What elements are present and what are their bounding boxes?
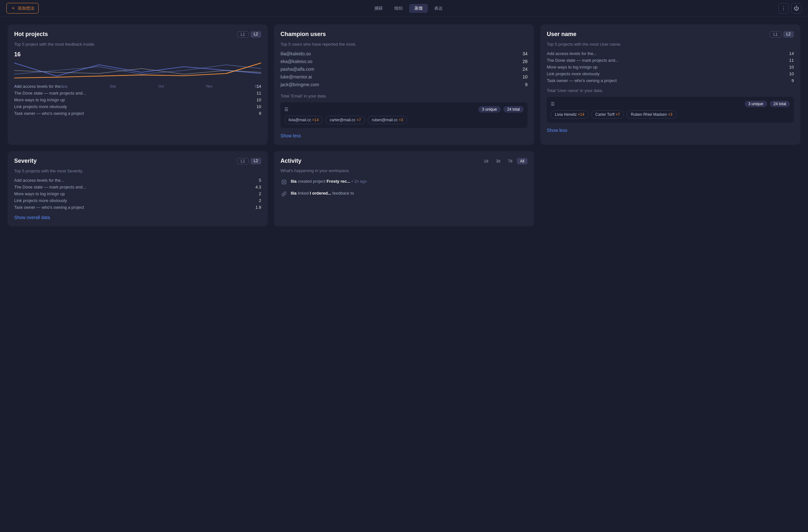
- tab-organize[interactable]: 组织: [389, 4, 408, 13]
- table-row: Link projects more obviously 10: [14, 104, 261, 109]
- activity-tab-3d[interactable]: 3d: [493, 158, 503, 164]
- show-less-button[interactable]: Show less: [280, 133, 528, 138]
- project-name: Link projects more obviously: [14, 104, 254, 109]
- project-count: 2: [259, 198, 261, 203]
- project-name: More ways to log in/sign up: [14, 191, 256, 196]
- project-count: 9: [792, 78, 794, 83]
- tag[interactable]: carter@mail.cc ×7: [326, 116, 365, 124]
- show-overall-button[interactable]: Show overall data: [14, 215, 261, 220]
- activity-tab-7d[interactable]: 7d: [505, 158, 515, 164]
- hot-projects-badge-l1[interactable]: L1: [237, 31, 248, 38]
- table-row: Link projects more obviously 10: [547, 71, 794, 76]
- table-row: Task owner — who's owning a project 9: [547, 78, 794, 83]
- nav-right: ⋮ ⏻: [778, 3, 802, 14]
- tag[interactable]: ruben@mail.cc ×3: [368, 116, 407, 124]
- severity-subtitle: Top 5 projects with the most Severity.: [14, 168, 261, 174]
- user-name-total-text: Total 'User name' in your data.: [547, 88, 794, 93]
- project-count: 11: [257, 91, 261, 95]
- champion-users-total-text: Total 'Email' in your data.: [280, 94, 528, 98]
- user-email: luke@mentor.ai: [280, 74, 312, 79]
- table-row: The Done state — mark projects and... 11: [14, 91, 261, 95]
- list-item: eka@kaleiso.so 28: [280, 59, 528, 64]
- project-name: Link projects more obviously: [547, 71, 787, 76]
- plus-icon: ＋: [11, 5, 16, 12]
- hot-projects-title: Hot projects: [14, 31, 48, 38]
- hot-projects-badge-l2[interactable]: L2: [251, 31, 261, 38]
- activity-tab-1d[interactable]: 1d: [481, 158, 492, 164]
- user-email: pasha@alfa.com: [280, 67, 314, 72]
- chart-x-labels: Jul Aug Sep Oct Nov Dec: [14, 84, 261, 88]
- nav-tabs: 捕获 组织 蒸馏 表达: [369, 4, 448, 13]
- user-name-show-less-button[interactable]: Show less: [547, 128, 794, 133]
- total-badge: 24 total: [770, 101, 790, 107]
- tag[interactable]: livia@mail.cc ×14: [284, 116, 323, 124]
- data-badges: 3 unique 24 total: [478, 106, 524, 113]
- line-chart: [14, 59, 261, 82]
- data-badges: 3 unique 24 total: [745, 101, 790, 107]
- project-name: Task owner — who's owning a project: [14, 205, 253, 210]
- project-count: 10: [789, 65, 794, 70]
- severity-title: Severity: [14, 158, 37, 164]
- user-email: eka@kaleiso.so: [280, 59, 312, 64]
- project-name: More ways to log in/sign up: [14, 97, 254, 102]
- more-options-button[interactable]: ⋮: [778, 3, 789, 14]
- project-name: Link projects more obviously: [14, 198, 256, 203]
- user-count: 10: [522, 74, 528, 79]
- add-idea-button[interactable]: ＋ 添加想法: [6, 3, 39, 14]
- user-name-badge-l2[interactable]: L2: [783, 31, 794, 38]
- unique-badge: 3 unique: [478, 106, 501, 113]
- chart-label-dec: Dec: [255, 84, 261, 88]
- chart-label-nov: Nov: [206, 84, 213, 88]
- tab-capture[interactable]: 捕获: [369, 4, 388, 13]
- champion-users-card: Champion users Top 5 users who have repo…: [274, 24, 534, 145]
- list-item: ilia@kaleido.so 34: [280, 51, 528, 56]
- table-row: The Done state — mark projects and... 11: [547, 58, 794, 63]
- user-name-badge-l1[interactable]: L1: [770, 31, 781, 38]
- project-count: 1.9: [255, 205, 261, 210]
- activity-text: Ilia linked I ordered... feedback to: [291, 190, 354, 197]
- project-name: More ways to log in/sign up: [547, 65, 787, 70]
- user-email: jack@bringme.com: [280, 82, 319, 87]
- tab-express[interactable]: 表达: [429, 4, 448, 13]
- tab-distill[interactable]: 蒸馏: [409, 4, 428, 13]
- user-name-list: Add access levels for the... 14 The Done…: [547, 51, 794, 83]
- activity-header: Activity 1d 3d 7d All: [280, 158, 528, 164]
- menu-icon[interactable]: ☰: [284, 107, 289, 112]
- project-name: The Done state — mark projects and...: [547, 58, 787, 63]
- severity-badge-l2[interactable]: L2: [251, 158, 261, 164]
- data-section-header-left: ☰: [284, 107, 289, 112]
- list-item: luke@mentor.ai 10: [280, 74, 528, 79]
- champion-users-subtitle: Top 5 users who have reported the most.: [280, 41, 528, 47]
- project-count: 10: [257, 97, 261, 102]
- user-name-tags: Livia Herwitz ×14 Carter Torff ×7 Ruben …: [551, 110, 790, 119]
- activity-text: Ilia created project Frosty rec... • 1h …: [291, 178, 367, 185]
- menu-icon[interactable]: ☰: [551, 101, 555, 107]
- list-item: jack@bringme.com 9: [280, 82, 528, 87]
- hot-projects-card: Hot projects L1 L2 Top 5 project with th…: [8, 24, 268, 145]
- user-name-badges: L1 L2: [770, 31, 794, 38]
- activity-tabs: 1d 3d 7d All: [481, 158, 528, 164]
- hot-projects-badges: L1 L2: [237, 31, 261, 38]
- tag[interactable]: Carter Torff ×7: [591, 110, 624, 119]
- user-name-title: User name: [547, 31, 576, 38]
- table-row: Task owner — who's owning a project 1.9: [14, 205, 261, 210]
- severity-badge-l1[interactable]: L1: [237, 158, 248, 164]
- hot-projects-subtitle: Top 5 project with the most feedback ins…: [14, 41, 261, 47]
- table-row: More ways to log in/sign up 2: [14, 191, 261, 196]
- power-button[interactable]: ⏻: [791, 3, 802, 14]
- severity-card: Severity L1 L2 Top 5 projects with the m…: [8, 151, 268, 226]
- chart-label-sep: Sep: [110, 84, 116, 88]
- chart-label-oct: Oct: [158, 84, 164, 88]
- tag[interactable]: Livia Herwitz ×14: [551, 110, 589, 119]
- champion-users-list: ilia@kaleido.so 34 eka@kaleiso.so 28 pas…: [280, 51, 528, 87]
- chart-value: 16: [14, 51, 261, 58]
- champion-users-data-section: ☰ 3 unique 24 total livia@mail.cc ×14 ca…: [280, 102, 528, 128]
- project-count: 10: [257, 104, 261, 109]
- total-badge: 24 total: [503, 106, 524, 113]
- project-name: The Done state — mark projects and...: [14, 91, 254, 95]
- activity-tab-all[interactable]: All: [517, 158, 528, 164]
- activity-title: Activity: [280, 158, 301, 164]
- project-count: 14: [789, 51, 794, 56]
- severity-header: Severity L1 L2: [14, 158, 261, 164]
- tag[interactable]: Ruben Rhiel Madsen ×3: [627, 110, 676, 119]
